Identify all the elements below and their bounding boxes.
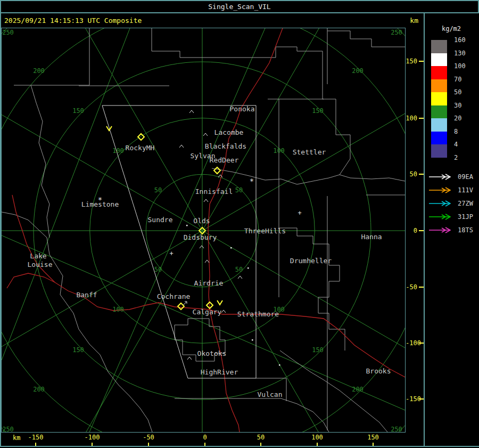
ring-distance-label: 250 bbox=[391, 426, 402, 432]
ring-distance-label: 250 bbox=[391, 29, 402, 36]
x-axis-tick bbox=[317, 443, 318, 446]
y-axis-tick bbox=[419, 61, 424, 62]
track-legend-row: 27ZW bbox=[425, 197, 478, 210]
y-axis-label: -50 bbox=[406, 283, 417, 291]
ring-distance-label: 50 bbox=[154, 186, 162, 194]
track-arrow-icon bbox=[428, 186, 452, 194]
track-arrow-icon bbox=[428, 226, 452, 234]
x-axis-tick bbox=[373, 443, 374, 446]
y-axis-tick bbox=[419, 287, 424, 288]
city-label: Vulcan bbox=[258, 390, 283, 398]
radar-map-canvas: 5050505010010010010015015015015020020020… bbox=[2, 28, 405, 432]
legend-swatch bbox=[431, 79, 447, 93]
legend-swatch bbox=[431, 53, 447, 67]
x-axis: km -150-100-50050100150 bbox=[1, 433, 424, 446]
city-label: ThreeHills bbox=[244, 227, 286, 235]
x-axis-tick bbox=[35, 443, 36, 446]
x-axis-label: 100 bbox=[301, 434, 333, 441]
scan-timestamp: 2025/09/21 14:15:13 UTC Composite bbox=[4, 13, 142, 28]
y-axis-tick bbox=[419, 230, 424, 231]
city-label: Strathmore bbox=[237, 310, 279, 318]
legend-swatch bbox=[431, 144, 447, 158]
x-axis-tick bbox=[148, 443, 149, 446]
legend-value: 8 bbox=[454, 128, 475, 135]
ring-distance-label: 200 bbox=[33, 67, 45, 75]
plus-marker: + bbox=[169, 250, 173, 257]
y-axis-label: 100 bbox=[406, 115, 417, 122]
track-legend-row: 111V bbox=[425, 183, 478, 197]
ring-distance-label: 100 bbox=[273, 147, 285, 154]
info-bar: 2025/09/21 14:15:13 UTC Composite km bbox=[1, 13, 424, 28]
x-axis-tick bbox=[92, 443, 93, 446]
storm-track-legend: 09EA111V27ZW31JP18TS bbox=[425, 170, 478, 237]
city-label: Lacombe bbox=[214, 128, 244, 136]
legend-swatch bbox=[431, 118, 447, 132]
dot-marker bbox=[186, 225, 188, 226]
city-label: Louise bbox=[28, 260, 53, 268]
ring-distance-label: 150 bbox=[312, 107, 324, 115]
dot-marker bbox=[279, 364, 280, 366]
x-axis-tick bbox=[204, 443, 205, 446]
ring-distance-label: 200 bbox=[352, 386, 364, 393]
track-id-label: 27ZW bbox=[458, 200, 473, 207]
legend-value: 160 bbox=[454, 36, 475, 44]
asterisk-marker: * bbox=[250, 177, 254, 185]
dot-marker bbox=[230, 247, 232, 249]
legend-swatch bbox=[431, 92, 447, 105]
legend-value: 20 bbox=[454, 115, 475, 122]
city-label: Didsbury bbox=[184, 233, 217, 241]
track-id-label: 31JP bbox=[458, 213, 473, 221]
y-axis-label: 50 bbox=[406, 170, 417, 178]
ring-distance-label: 200 bbox=[33, 386, 45, 393]
ring-distance-label: 50 bbox=[154, 266, 162, 273]
legend-unit-label: kg/m2 bbox=[425, 13, 478, 34]
track-arrow-icon bbox=[428, 199, 452, 208]
city-label: Lake bbox=[30, 252, 46, 260]
y-axis-tick bbox=[419, 118, 424, 119]
legend-swatch bbox=[431, 132, 447, 145]
track-legend-row: 18TS bbox=[425, 223, 478, 237]
x-axis-label: 50 bbox=[245, 434, 277, 441]
y-axis-tick bbox=[419, 174, 424, 175]
legend-value: 70 bbox=[454, 76, 475, 83]
color-scale: 16013010070503020842 bbox=[425, 40, 478, 164]
y-axis-tick bbox=[419, 343, 424, 344]
city-label: Limestone bbox=[81, 200, 119, 208]
map-viewport: 5050505010010010010015015015015020020020… bbox=[1, 28, 406, 433]
legend-swatch bbox=[431, 105, 447, 119]
city-label: Olds bbox=[193, 217, 210, 225]
x-axis-label: 150 bbox=[357, 434, 389, 441]
ring-distance-label: 100 bbox=[112, 147, 124, 154]
city-label: Drumheller bbox=[290, 257, 332, 265]
city-label: Okotoks bbox=[197, 349, 227, 357]
ring-distance-label: 100 bbox=[112, 306, 124, 313]
city-label: Innisfail bbox=[195, 188, 233, 196]
y-axis-tick bbox=[419, 398, 424, 400]
legend-value: 30 bbox=[454, 102, 475, 109]
ring-distance-label: 250 bbox=[2, 29, 14, 36]
legend-value: 50 bbox=[454, 88, 475, 96]
track-arrow-icon bbox=[428, 213, 452, 221]
y-axis-label: -150 bbox=[406, 395, 417, 403]
city-label: Banff bbox=[76, 291, 97, 299]
dot-marker bbox=[252, 339, 253, 341]
city-label: Brooks bbox=[366, 367, 391, 375]
track-id-label: 18TS bbox=[458, 226, 473, 234]
ring-distance-label: 50 bbox=[235, 266, 243, 273]
x-axis-label: -50 bbox=[133, 434, 164, 441]
track-legend-row: 31JP bbox=[425, 210, 478, 223]
ring-distance-label: 200 bbox=[352, 67, 364, 75]
city-label: Sundre bbox=[148, 216, 173, 224]
map-row: 5050505010010010010015015015015020020020… bbox=[1, 28, 424, 433]
legend-value: 130 bbox=[454, 50, 475, 57]
x-axis-label: 0 bbox=[189, 434, 221, 441]
y-axis-label: 150 bbox=[406, 58, 417, 65]
city-label: Calgary bbox=[193, 308, 222, 316]
city-label: Blackfalds bbox=[205, 142, 246, 150]
radar-app-window: Single_Scan_VIL 2025/09/21 14:15:13 UTC … bbox=[0, 0, 479, 448]
y-axis-unit-label: km bbox=[410, 13, 418, 28]
y-axis-label: -100 bbox=[406, 339, 417, 347]
city-label: RedDeer bbox=[210, 156, 239, 164]
ring-distance-label: 150 bbox=[72, 346, 84, 354]
track-id-label: 09EA bbox=[458, 173, 473, 181]
